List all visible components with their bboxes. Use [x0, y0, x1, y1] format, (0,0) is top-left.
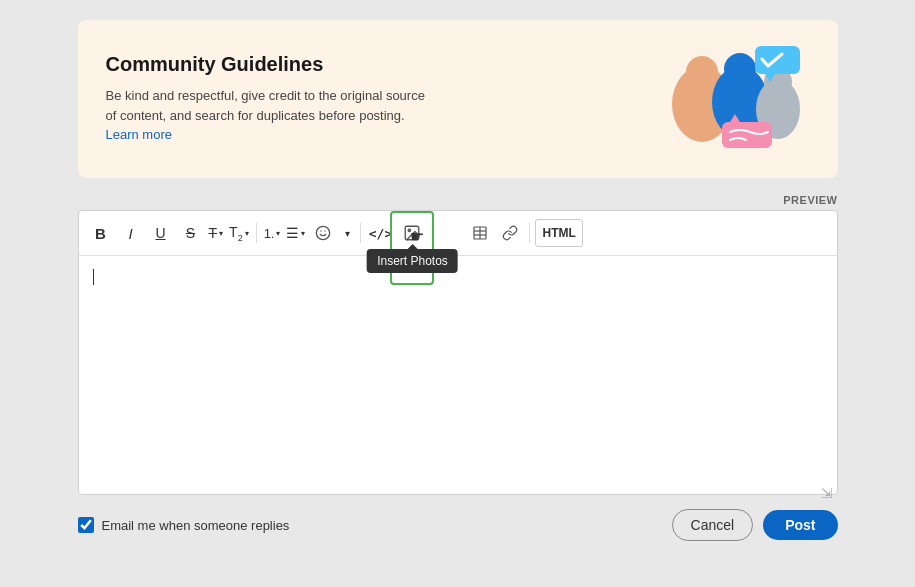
text-cursor	[93, 269, 95, 285]
text-format-group-2: T2 ▾	[227, 219, 251, 247]
guidelines-description: Be kind and respectful, give credit to t…	[106, 86, 426, 145]
code-button[interactable]: </>	[366, 219, 394, 247]
ul-button[interactable]: ☰ ▾	[284, 219, 307, 247]
emoji-button[interactable]	[309, 219, 337, 247]
separator-2	[360, 223, 361, 243]
email-checkbox[interactable]	[78, 517, 94, 533]
link-button[interactable]	[496, 219, 524, 247]
ol-button[interactable]: 1. ▾	[262, 219, 283, 247]
page-wrapper: Community Guidelines Be kind and respect…	[0, 0, 915, 587]
separator-1	[256, 223, 257, 243]
resize-icon: ⇲	[821, 486, 833, 494]
email-checkbox-label: Email me when someone replies	[102, 518, 290, 533]
insert-photos-icon	[403, 224, 421, 242]
insert-photos-button[interactable]: ☛	[396, 217, 428, 249]
editor-content[interactable]	[79, 256, 837, 486]
text-format-group-1: T ▾	[207, 219, 226, 247]
strikethrough-button[interactable]: S	[177, 219, 205, 247]
cancel-button[interactable]: Cancel	[672, 509, 754, 541]
post-button[interactable]: Post	[763, 510, 837, 540]
table-icon	[472, 225, 488, 241]
illustration-svg	[650, 44, 810, 154]
insert-photos-container: ☛ Insert Photos	[396, 217, 428, 249]
underline-button[interactable]: U	[147, 219, 175, 247]
bold-button[interactable]: B	[87, 219, 115, 247]
svg-rect-8	[722, 122, 772, 148]
main-container: Community Guidelines Be kind and respect…	[78, 20, 838, 541]
guidelines-banner: Community Guidelines Be kind and respect…	[78, 20, 838, 178]
footer-buttons: Cancel Post	[672, 509, 838, 541]
insert-table-button[interactable]	[466, 219, 494, 247]
emoji-icon	[315, 225, 331, 241]
guidelines-text: Community Guidelines Be kind and respect…	[106, 53, 650, 145]
email-checkbox-group: Email me when someone replies	[78, 517, 290, 533]
link-icon	[502, 225, 518, 241]
resize-handle[interactable]: ⇲	[79, 486, 837, 494]
learn-more-link[interactable]: Learn more	[106, 127, 172, 142]
html-button[interactable]: HTML	[535, 219, 582, 247]
guidelines-title: Community Guidelines	[106, 53, 650, 76]
ol-group: 1. ▾	[262, 219, 283, 247]
svg-point-1	[686, 56, 718, 88]
svg-point-14	[409, 229, 411, 231]
svg-point-3	[724, 53, 756, 85]
guidelines-illustration	[650, 44, 810, 154]
text-size-dropdown-2[interactable]: T2 ▾	[227, 219, 251, 247]
separator-3	[529, 223, 530, 243]
preview-label: PREVIEW	[78, 194, 838, 206]
toolbar: B I U S T ▾ T2 ▾	[79, 211, 837, 256]
editor-box: B I U S T ▾ T2 ▾	[78, 210, 838, 495]
ul-group: ☰ ▾	[284, 219, 307, 247]
text-size-dropdown-1[interactable]: T ▾	[207, 219, 226, 247]
svg-point-10	[317, 226, 330, 239]
italic-button[interactable]: I	[117, 219, 145, 247]
editor-footer: Email me when someone replies Cancel Pos…	[78, 495, 838, 541]
more-options-button[interactable]: ▾	[339, 219, 355, 247]
